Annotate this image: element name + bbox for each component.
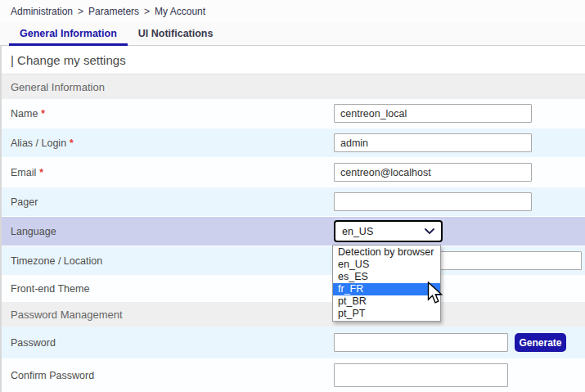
form-row-email: Email * xyxy=(2,158,585,187)
required-marker: * xyxy=(70,137,74,149)
timezone-label: Timezone / Location xyxy=(11,255,102,267)
password-input[interactable] xyxy=(334,333,508,352)
form-row-frontend-theme: Front-end Theme xyxy=(2,276,585,302)
form-row-name: Name * xyxy=(2,99,585,128)
alias-login-input[interactable] xyxy=(334,133,532,152)
section-header-password-management: Password Management xyxy=(2,302,585,327)
frontend-theme-label: Front-end Theme xyxy=(11,283,89,295)
tab-bar: General Information UI Notifications xyxy=(0,22,585,46)
form-row-timezone: Timezone / Location xyxy=(2,246,585,276)
language-option-es-es[interactable]: es_ES xyxy=(333,271,440,283)
confirm-password-input[interactable] xyxy=(334,363,508,387)
language-select[interactable]: en_US xyxy=(334,220,443,242)
name-input[interactable] xyxy=(334,104,532,123)
alias-login-label: Alias / Login xyxy=(11,137,66,149)
mouse-cursor-icon xyxy=(427,282,445,309)
language-option-detection-by-browser[interactable]: Detection by browser xyxy=(333,246,440,259)
required-marker: * xyxy=(41,108,45,119)
form-row-confirm-password: Confirm Password xyxy=(2,359,585,392)
tab-ui-notifications[interactable]: UI Notifications xyxy=(128,22,224,45)
form-row-language: Language en_US xyxy=(2,217,585,246)
pager-label: Pager xyxy=(11,196,38,208)
section-header-general-information: General Information xyxy=(2,74,585,99)
confirm-password-label: Confirm Password xyxy=(11,370,94,381)
language-option-en-us[interactable]: en_US xyxy=(333,259,440,271)
email-input[interactable] xyxy=(334,163,532,182)
generate-password-button[interactable]: Generate xyxy=(515,333,566,352)
tab-general-information[interactable]: General Information xyxy=(9,22,128,46)
language-option-fr-fr[interactable]: fr_FR xyxy=(333,283,440,295)
password-label: Password xyxy=(11,337,56,349)
name-label: Name xyxy=(11,108,38,119)
breadcrumb-item-my-account[interactable]: My Account xyxy=(155,6,205,17)
breadcrumb: Administration > Parameters > My Account xyxy=(0,0,585,22)
form-row-pager: Pager xyxy=(2,187,585,217)
breadcrumb-item-parameters[interactable]: Parameters xyxy=(88,6,139,17)
breadcrumb-separator: > xyxy=(78,6,83,17)
language-select-value: en_US xyxy=(342,226,373,237)
pager-input[interactable] xyxy=(334,192,532,211)
form-row-password: Password Generate xyxy=(2,327,585,359)
email-label: Email xyxy=(11,167,36,178)
page-title: | Change my settings xyxy=(2,46,585,74)
language-option-pt-br[interactable]: pt_BR xyxy=(333,295,440,308)
chevron-down-icon xyxy=(425,228,434,235)
breadcrumb-separator: > xyxy=(144,6,150,17)
form-row-alias-login: Alias / Login * xyxy=(2,128,585,158)
language-label: Language xyxy=(11,226,56,237)
breadcrumb-item-administration[interactable]: Administration xyxy=(11,6,73,17)
language-option-pt-pt[interactable]: pt_PT xyxy=(333,308,440,320)
my-account-page: Administration > Parameters > My Account… xyxy=(0,0,585,392)
required-marker: * xyxy=(39,167,43,178)
language-dropdown-list: Detection by browser en_US es_ES fr_FR p… xyxy=(332,245,441,322)
